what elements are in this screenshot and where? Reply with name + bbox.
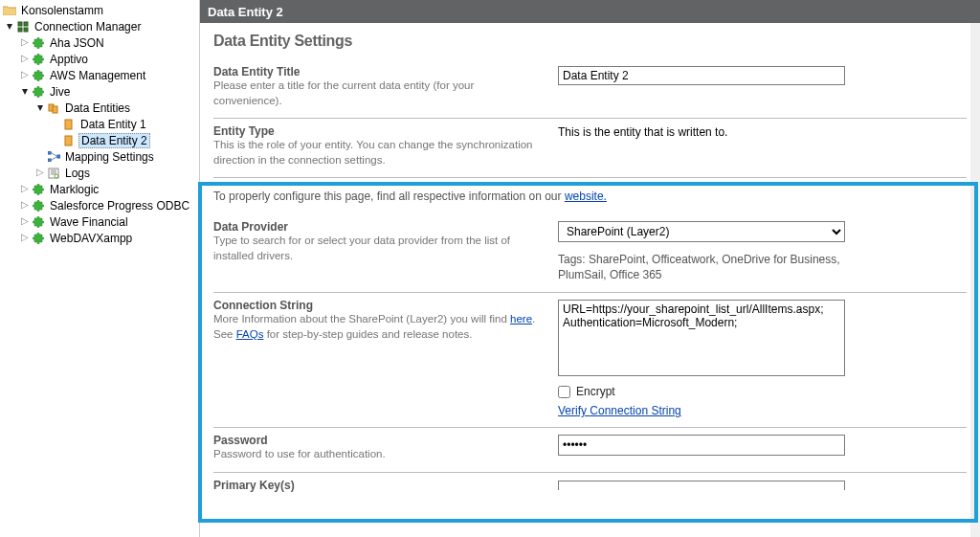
manager-icon bbox=[15, 19, 31, 34]
tree-label: Connection Manager bbox=[33, 20, 143, 34]
provider-select[interactable]: SharePoint (Layer2) bbox=[558, 221, 845, 242]
label-password: Password bbox=[213, 434, 539, 447]
section-primary: Primary Key(s) bbox=[213, 473, 967, 493]
encrypt-checkbox[interactable] bbox=[558, 386, 570, 398]
tree-label: WebDAVXampp bbox=[48, 232, 134, 245]
entity-icon bbox=[61, 117, 77, 132]
svg-rect-10 bbox=[57, 155, 60, 158]
tree-item-marklogic[interactable]: Marklogic bbox=[0, 181, 199, 197]
tree-connection-manager[interactable]: Connection Manager bbox=[0, 18, 199, 34]
tree-label: Data Entity 2 bbox=[78, 133, 150, 148]
website-link[interactable]: website. bbox=[565, 190, 607, 203]
tree-item-logs[interactable]: Logs bbox=[0, 165, 199, 181]
tree-label: AWS Management bbox=[48, 69, 147, 82]
puzzle-icon bbox=[31, 68, 46, 83]
svg-rect-8 bbox=[48, 151, 51, 154]
section-connstr: Connection String More Information about… bbox=[213, 293, 967, 428]
svg-rect-3 bbox=[24, 28, 28, 32]
section-info: To properly configure this page, find al… bbox=[213, 178, 967, 214]
tree-label: Aha JSON bbox=[48, 36, 106, 50]
tree-label: Wave Financial bbox=[48, 215, 130, 229]
label-entity-type: Entity Type bbox=[213, 124, 539, 138]
provider-tags: Tags: SharePoint, Officeatwork, OneDrive… bbox=[558, 252, 845, 282]
svg-rect-7 bbox=[65, 136, 72, 145]
tree-item-aha[interactable]: Aha JSON bbox=[0, 34, 199, 51]
label-primary: Primary Key(s) bbox=[213, 479, 539, 492]
entity-type-value: This is the entity that is written to. bbox=[558, 125, 727, 139]
chevron-right-icon[interactable] bbox=[19, 184, 31, 193]
tree-item-de2[interactable]: Data Entity 2 bbox=[0, 132, 199, 148]
svg-rect-9 bbox=[48, 159, 51, 162]
desc-password: Password to use for authentication. bbox=[213, 447, 539, 462]
faq-link[interactable]: FAQs bbox=[236, 328, 264, 340]
svg-rect-1 bbox=[24, 22, 28, 26]
password-input[interactable] bbox=[558, 435, 845, 456]
tree-item-wave[interactable]: Wave Financial bbox=[0, 213, 199, 230]
main-panel: Data Entity 2 Data Entity Settings Data … bbox=[199, 0, 980, 537]
chevron-right-icon[interactable] bbox=[19, 216, 31, 226]
mapping-icon bbox=[46, 149, 61, 165]
chevron-down-icon[interactable] bbox=[19, 85, 31, 97]
tree-label: Jive bbox=[48, 85, 72, 99]
title-input[interactable] bbox=[558, 66, 845, 85]
svg-rect-6 bbox=[65, 120, 72, 129]
tree-label: Konsolenstamm bbox=[19, 4, 105, 17]
verify-link[interactable]: Verify Connection String bbox=[558, 404, 681, 417]
svg-rect-0 bbox=[18, 22, 22, 26]
label-connstr: Connection String bbox=[213, 299, 539, 312]
title-bar: Data Entity 2 bbox=[200, 0, 980, 23]
tree-item-jive[interactable]: Jive bbox=[0, 83, 199, 100]
label-title: Data Entity Title bbox=[213, 65, 539, 78]
tree-item-data-entities[interactable]: Data Entities bbox=[0, 100, 199, 116]
desc-entity-type: This is the role of your entity. You can… bbox=[213, 138, 539, 168]
desc-title: Please enter a title for the current dat… bbox=[213, 78, 539, 108]
chevron-down-icon[interactable] bbox=[34, 101, 46, 113]
logs-icon bbox=[46, 166, 61, 181]
tree-label: Salesforce Progress ODBC bbox=[48, 199, 191, 213]
entities-icon bbox=[46, 101, 61, 116]
chevron-right-icon[interactable] bbox=[19, 200, 31, 210]
desc-connstr: More Information about the SharePoint (L… bbox=[213, 312, 539, 342]
tree-label: Marklogic bbox=[48, 183, 100, 196]
tree-label: Logs bbox=[63, 167, 92, 180]
info-text: To properly configure this page, find al… bbox=[213, 190, 565, 203]
svg-rect-5 bbox=[53, 106, 57, 113]
puzzle-icon bbox=[31, 52, 46, 67]
chevron-right-icon[interactable] bbox=[19, 233, 31, 242]
tree-label: Data Entities bbox=[63, 101, 132, 115]
tree-item-aws[interactable]: AWS Management bbox=[0, 67, 199, 83]
tree-item-de1[interactable]: Data Entity 1 bbox=[0, 116, 199, 132]
tree-item-salesforce[interactable]: Salesforce Progress ODBC bbox=[0, 197, 199, 213]
encrypt-label: Encrypt bbox=[576, 385, 615, 398]
tree-item-mapping[interactable]: Mapping Settings bbox=[0, 148, 199, 165]
chevron-right-icon[interactable] bbox=[19, 70, 31, 79]
connstr-desc-post: for step-by-step guides and release note… bbox=[263, 328, 472, 340]
here-link[interactable]: here bbox=[510, 313, 532, 324]
tree-label: Mapping Settings bbox=[63, 150, 156, 164]
desc-provider: Type to search for or select your data p… bbox=[213, 234, 539, 263]
title-bar-text: Data Entity 2 bbox=[208, 5, 283, 19]
tree-label: Apptivo bbox=[48, 53, 90, 66]
primary-input[interactable] bbox=[558, 481, 845, 490]
puzzle-icon bbox=[31, 198, 46, 213]
puzzle-icon bbox=[31, 84, 46, 100]
chevron-down-icon[interactable] bbox=[4, 20, 15, 32]
tree-item-webdav[interactable]: WebDAVXampp bbox=[0, 230, 199, 246]
section-title: Data Entity Title Please enter a title f… bbox=[213, 59, 967, 119]
chevron-right-icon[interactable] bbox=[34, 168, 46, 177]
section-entity-type: Entity Type This is the role of your ent… bbox=[213, 119, 967, 178]
tree-root[interactable]: Konsolenstamm bbox=[0, 2, 199, 18]
chevron-right-icon[interactable] bbox=[19, 37, 31, 47]
folder-icon bbox=[2, 3, 17, 18]
tree-panel: Konsolenstamm Connection Manager Aha JSO… bbox=[0, 0, 199, 537]
entity-icon bbox=[61, 133, 77, 148]
puzzle-icon bbox=[31, 231, 46, 246]
tree-item-apptivo[interactable]: Apptivo bbox=[0, 51, 199, 67]
section-provider: Data Provider Type to search for or sele… bbox=[213, 214, 967, 293]
connstr-textarea[interactable] bbox=[558, 300, 845, 376]
chevron-right-icon[interactable] bbox=[19, 54, 31, 63]
tree-label: Data Entity 1 bbox=[78, 118, 148, 131]
puzzle-icon bbox=[31, 214, 46, 230]
page-title: Data Entity Settings bbox=[213, 33, 967, 50]
puzzle-icon bbox=[31, 35, 46, 51]
